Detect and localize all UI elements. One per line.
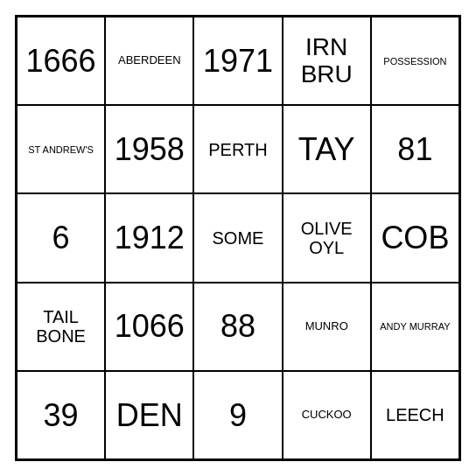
bingo-cell-22: 9 xyxy=(193,371,282,459)
cell-text-5: ST ANDREW'S xyxy=(28,144,94,155)
bingo-cell-0: 1666 xyxy=(17,17,105,105)
cell-text-15: TAIL BONE xyxy=(21,307,101,346)
bingo-cell-10: 6 xyxy=(17,193,105,282)
cell-text-11: 1912 xyxy=(115,220,185,256)
cell-text-13: OLIVE OYL xyxy=(287,219,367,257)
cell-text-21: DEN xyxy=(116,398,183,433)
bingo-cell-16: 1066 xyxy=(105,283,193,371)
bingo-cell-23: CUCKOO xyxy=(283,371,371,459)
bingo-cell-11: 1912 xyxy=(105,193,193,282)
bingo-cell-2: 1971 xyxy=(193,17,282,105)
bingo-cell-21: DEN xyxy=(105,371,193,459)
bingo-cell-24: LEECH xyxy=(371,371,459,459)
cell-text-12: SOME xyxy=(213,228,264,248)
cell-text-1: ABERDEEN xyxy=(118,54,181,66)
cell-text-8: TAY xyxy=(298,132,355,167)
cell-text-4: POSSESSION xyxy=(383,56,446,66)
cell-text-16: 1066 xyxy=(115,309,185,344)
cell-text-14: COB xyxy=(381,220,449,256)
cell-text-9: 81 xyxy=(397,132,432,167)
cell-text-3: IRN BRU xyxy=(287,34,367,88)
cell-text-22: 9 xyxy=(229,398,247,433)
bingo-cell-17: 88 xyxy=(193,283,282,371)
cell-text-2: 1971 xyxy=(203,44,273,79)
bingo-cell-8: TAY xyxy=(283,105,371,193)
cell-text-23: CUCKOO xyxy=(302,409,352,421)
bingo-cell-5: ST ANDREW'S xyxy=(17,105,105,193)
cell-text-10: 6 xyxy=(52,220,70,256)
cell-text-18: MUNRO xyxy=(305,320,348,332)
bingo-cell-4: POSSESSION xyxy=(371,17,459,105)
bingo-cell-15: TAIL BONE xyxy=(17,283,105,371)
bingo-cell-6: 1958 xyxy=(105,105,193,193)
cell-text-24: LEECH xyxy=(386,405,444,424)
cell-text-7: PERTH xyxy=(208,140,267,159)
bingo-cell-9: 81 xyxy=(371,105,459,193)
cell-text-6: 1958 xyxy=(115,132,185,167)
bingo-cell-7: PERTH xyxy=(193,105,282,193)
bingo-cell-19: ANDY MURRAY xyxy=(371,283,459,371)
bingo-cell-14: COB xyxy=(371,193,459,282)
bingo-cell-20: 39 xyxy=(17,371,105,459)
bingo-card: 1666ABERDEEN1971IRN BRUPOSSESSIONST ANDR… xyxy=(15,15,461,461)
bingo-cell-1: ABERDEEN xyxy=(105,17,193,105)
bingo-cell-13: OLIVE OYL xyxy=(283,193,371,282)
bingo-cell-12: SOME xyxy=(193,193,282,282)
cell-text-17: 88 xyxy=(220,309,256,344)
bingo-cell-18: MUNRO xyxy=(283,283,371,371)
cell-text-20: 39 xyxy=(44,398,79,433)
cell-text-0: 1666 xyxy=(26,44,96,79)
bingo-cell-3: IRN BRU xyxy=(283,17,371,105)
cell-text-19: ANDY MURRAY xyxy=(380,321,450,332)
